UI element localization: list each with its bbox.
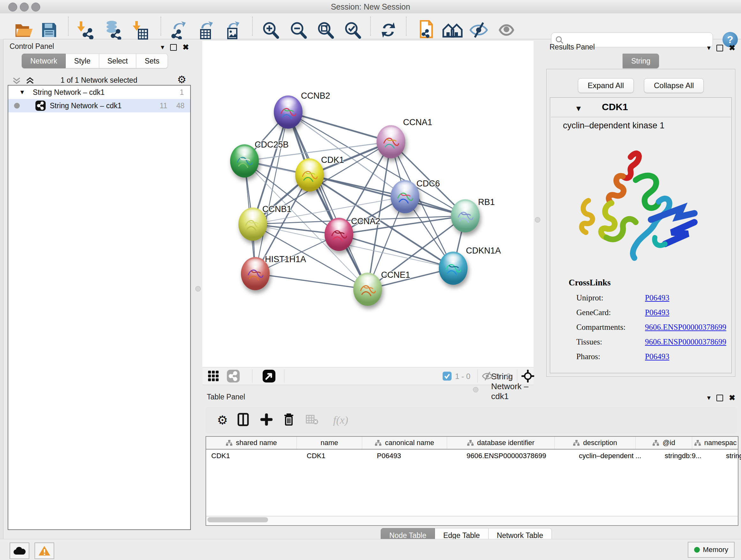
left-splitter-handle[interactable] [195,286,201,292]
node-CDKN1A[interactable] [439,252,468,285]
network-share-toggle-icon[interactable] [226,369,240,384]
memory-button[interactable]: Memory [688,542,735,558]
network-collection-row[interactable]: ▼ String Network – cdk1 1 [8,85,190,99]
open-session-folder-icon[interactable] [15,22,33,40]
save-session-icon[interactable] [41,22,57,40]
network-canvas[interactable]: CCNB2 CCNA1 CDC25B CDK1 [202,41,534,367]
import-table-icon[interactable] [132,20,148,41]
crosslink-row: Compartments: 9606.ENSP00000378699 [576,320,726,334]
select-columns-icon[interactable] [238,413,249,428]
export-table-icon[interactable] [196,21,215,41]
crosshair-icon[interactable] [522,370,534,384]
delete-column-trash-icon[interactable] [283,413,294,428]
column-header-canonical-name[interactable]: canonical name [362,437,447,449]
hidden-eye-slash-icon[interactable] [482,371,493,382]
column-header-description[interactable]: description [555,437,636,449]
node-label-CCNB1: CCNB1 [262,204,292,214]
warnings-button[interactable] [35,543,54,559]
export-image-icon[interactable] [223,21,242,41]
edge-CCNB2-HIST1H1A[interactable] [255,112,288,273]
node-CCNB2[interactable] [274,96,302,129]
crosslink-link[interactable]: 9606.ENSP00000378699 [645,337,726,347]
column-namespace-icon [375,440,382,446]
node-CCNA2[interactable] [325,218,353,251]
birdseye-grid-icon[interactable] [207,370,219,383]
tab-style[interactable]: Style [66,54,99,68]
column-label: namespac [704,439,737,447]
document-network-icon[interactable] [416,20,434,41]
node-RB1[interactable] [451,199,480,233]
crosslink-label: Uniprot: [576,294,645,302]
right-splitter-handle[interactable] [535,217,540,223]
zoom-out-icon[interactable] [289,21,307,41]
zoom-in-icon[interactable] [261,21,280,41]
tab-string[interactable]: String [623,54,659,68]
panel-menu-icon[interactable]: ▾ [707,44,711,52]
eye-slash-icon[interactable] [469,21,488,40]
window-title: Session: New Session [0,2,741,11]
tab-network[interactable]: Network [22,54,66,68]
crosslink-link[interactable]: P06493 [645,308,669,317]
node-CCNE1[interactable] [353,273,382,306]
panel-float-icon[interactable] [717,395,723,401]
column-header--id[interactable]: @id [636,437,692,449]
cell-database-identifier[interactable]: 9606.ENSP00000378699 [461,449,574,462]
collapse-entry-icon[interactable]: ▼ [575,104,583,113]
cell-namespac[interactable]: stringdb [721,449,741,462]
crosslink-link[interactable]: P06493 [645,352,669,361]
selected-nodes-checkbox-icon[interactable] [442,371,452,382]
crosslink-link[interactable]: 9606.ENSP00000378699 [645,323,726,332]
network-row-selected[interactable]: String Network – cdk1 11 48 [8,99,190,112]
import-network-database-icon[interactable] [103,20,123,41]
column-header-shared-name[interactable]: shared name [206,437,297,449]
zoom-fit-icon[interactable] [316,21,334,41]
gene-header-row[interactable]: ▼ CDK1 [551,98,731,117]
cell-description[interactable]: cyclin–dependent ... [574,449,660,462]
table-row[interactable]: CDK1CDK1P064939606.ENSP00000378699cyclin… [206,449,738,462]
panel-float-icon[interactable] [717,45,723,51]
collapse-all-button[interactable]: Collapse All [644,78,704,93]
column-header-database-identifier[interactable]: database identifier [447,437,555,449]
tree-expand-icon[interactable]: ▼ [19,89,25,96]
network-options-gear-icon[interactable]: ⚙ [177,73,186,85]
selected-counts: 1 - 0 [455,372,470,381]
houses-icon[interactable] [442,21,463,40]
node-CDK1[interactable] [295,159,324,192]
column-header-namespac[interactable]: namespac [692,437,739,449]
panel-float-icon[interactable] [170,44,177,51]
column-header-name[interactable]: name [297,437,362,449]
export-network-icon[interactable] [169,21,188,41]
tab-sets[interactable]: Sets [136,54,168,68]
panel-close-icon[interactable]: ✖ [729,44,735,52]
expand-all-button[interactable]: Expand All [578,78,634,93]
cell-shared-name[interactable]: CDK1 [206,449,301,462]
edge-CCNB2-CCNA1[interactable] [288,112,391,142]
node-CDC6[interactable] [391,180,419,213]
statusbar-separator [477,369,478,383]
scrollbar-thumb[interactable] [207,517,268,522]
cell-canonical-name[interactable]: P06493 [372,449,461,462]
crosslink-link[interactable]: P06493 [645,294,669,302]
cell--id[interactable]: stringdb:9... [660,449,721,462]
panel-close-icon[interactable]: ✖ [729,393,735,402]
node-label-CDK1: CDK1 [321,155,344,165]
tab-select[interactable]: Select [99,54,137,68]
table-horizontal-scrollbar[interactable] [205,516,738,526]
column-namespace-icon [573,440,580,446]
add-column-icon[interactable] [260,414,273,427]
eye-icon[interactable] [497,22,516,40]
open-view-external-icon[interactable] [262,369,276,384]
panel-menu-icon[interactable]: ▾ [707,394,711,402]
node-CCNA1[interactable] [377,125,405,159]
cloud-button[interactable] [10,543,29,559]
refresh-layout-icon[interactable] [380,21,397,40]
panel-close-icon[interactable]: ✖ [183,43,189,52]
network-tree: ▼ String Network – cdk1 1 String Network… [8,85,191,530]
table-options-gear-icon[interactable]: ⚙ [217,413,228,427]
panel-menu-icon[interactable]: ▾ [161,43,164,51]
zoom-selected-icon[interactable] [343,21,361,41]
edge-HIST1H1A-CCNE1[interactable] [255,273,367,289]
cell-name[interactable]: CDK1 [301,449,372,462]
import-network-icon[interactable] [75,21,94,41]
table-header-row: shared namenamecanonical namedatabase id… [206,437,738,449]
